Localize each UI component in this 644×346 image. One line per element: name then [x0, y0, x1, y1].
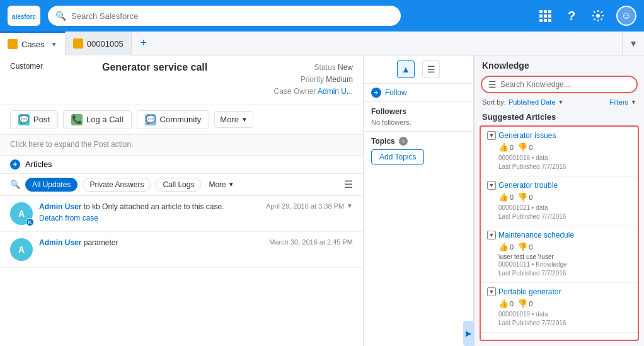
- collapse-panel-button[interactable]: ▶: [463, 321, 473, 346]
- feed-date-1: April 29, 2016 at 3:38 PM ▼: [266, 202, 353, 210]
- article-item-4: ▼ Portable generator 👍0 👎0 000001019 • d…: [481, 283, 638, 333]
- more-button[interactable]: More ▼: [214, 111, 253, 128]
- knowledge-menu-icon[interactable]: ☰: [488, 79, 497, 89]
- feed-action-2: parameter: [84, 238, 118, 247]
- svg-rect-7: [548, 14, 551, 18]
- log-call-label: Log a Call: [86, 115, 124, 124]
- thumbs-down-icon-2: 👎: [517, 192, 527, 202]
- article-meta-3: 000001011 • Knowledge Last Published 7/7…: [498, 260, 631, 278]
- article-votes-2: 👍0 👎0: [498, 192, 631, 202]
- svg-rect-6: [544, 14, 547, 18]
- svg-rect-9: [544, 19, 547, 22]
- detach-from-case-link[interactable]: Detach from case: [39, 214, 260, 222]
- call-icon: 📞: [71, 114, 83, 125]
- icon-tabs: ▲ ☰: [364, 55, 473, 84]
- topics-title: Topics: [371, 137, 395, 146]
- filter-call-logs[interactable]: Call Logs: [156, 178, 201, 192]
- add-tab-button[interactable]: +: [132, 32, 156, 55]
- article-votes-4: 👍0 👎0: [498, 299, 631, 308]
- filter-more-label: More: [209, 180, 226, 189]
- case-record-tab-label: 00001005: [87, 39, 124, 49]
- filter-more-icon: ▼: [228, 181, 234, 188]
- articles-bar: + Articles: [0, 156, 363, 174]
- article-title-1[interactable]: Generator issues: [498, 131, 556, 140]
- collapse-icon: ▶: [466, 329, 471, 338]
- thumbs-down-icon-1: 👎: [517, 142, 527, 152]
- tabs-overflow-button[interactable]: ▼: [622, 32, 644, 55]
- feed-text-2: Admin User parameter: [39, 238, 263, 247]
- case-record-tab[interactable]: 00001005: [66, 32, 132, 55]
- post-expand-hint[interactable]: Click here to expand the Post action.: [0, 135, 363, 156]
- filter-private-answers[interactable]: Private Answers: [83, 178, 151, 192]
- log-call-button[interactable]: 📞 Log a Call: [63, 110, 132, 129]
- action-bar: 💬 Post 📞 Log a Call 💬 Community More ▼: [0, 105, 363, 135]
- search-icon: 🔍: [55, 11, 66, 21]
- followers-title: Followers: [371, 107, 466, 116]
- svg-rect-5: [539, 14, 543, 18]
- settings-icon[interactable]: [590, 8, 606, 24]
- svg-text:salesforce: salesforce: [11, 13, 37, 20]
- follow-label: Follow: [385, 88, 407, 97]
- main-layout: Customer Generator service call Status N…: [0, 55, 644, 346]
- post-button[interactable]: 💬 Post: [10, 110, 58, 129]
- post-icon: 💬: [18, 114, 30, 125]
- filters-link[interactable]: Filters: [609, 98, 628, 106]
- topics-info-icon[interactable]: i: [399, 137, 408, 146]
- svg-rect-4: [548, 10, 551, 13]
- case-record-tab-icon: [73, 38, 83, 49]
- article-collapse-1[interactable]: ▼: [487, 131, 496, 140]
- owner-value: Admin U...: [318, 87, 353, 96]
- cases-tab-label: Cases: [21, 40, 45, 49]
- owner-label: Case Owner: [272, 86, 316, 98]
- suggested-articles-title: Suggested Articles: [474, 110, 644, 125]
- article-collapse-4[interactable]: ▼: [487, 287, 496, 296]
- article-votes-3: 👍0 👎0: [498, 242, 631, 251]
- tabs-bar: Cases ▼ 00001005 + ▼: [0, 32, 644, 55]
- global-search-input[interactable]: [71, 11, 393, 21]
- community-icon: 💬: [145, 114, 156, 125]
- list-icon-tab[interactable]: ☰: [422, 61, 440, 78]
- thumbs-down-icon-3: 👎: [517, 242, 527, 251]
- svg-point-11: [596, 14, 600, 18]
- article-title-2[interactable]: Generator trouble: [498, 181, 558, 190]
- svg-rect-8: [539, 19, 543, 22]
- sort-dropdown-icon[interactable]: ▼: [558, 99, 564, 105]
- filter-more-button[interactable]: More ▼: [209, 180, 234, 189]
- knowledge-search-input[interactable]: [500, 80, 630, 89]
- feed-user-2[interactable]: Admin User: [39, 238, 81, 247]
- knowledge-sort-bar: Sort by: Published Date ▼ Filters ▼: [474, 97, 644, 110]
- user-avatar[interactable]: ☺: [616, 6, 636, 26]
- global-search-bar[interactable]: 🔍: [48, 6, 401, 26]
- apps-icon[interactable]: [537, 8, 553, 24]
- follow-button[interactable]: + Follow: [364, 84, 473, 102]
- filter-lines-icon[interactable]: ☰: [344, 178, 353, 190]
- sort-label: Sort by:: [482, 98, 506, 106]
- article-title-4[interactable]: Portable generator: [498, 287, 561, 296]
- chat-icon-tab[interactable]: ▲: [397, 61, 415, 78]
- feed-user-1[interactable]: Admin User: [39, 202, 81, 211]
- filter-dropdown-icon[interactable]: ▼: [631, 99, 636, 105]
- community-button[interactable]: 💬 Community: [137, 110, 210, 129]
- sort-value[interactable]: Published Date: [509, 98, 556, 106]
- feed-text-1: Admin User to kb Only attached an articl…: [39, 202, 260, 211]
- articles-add-icon[interactable]: +: [10, 159, 20, 170]
- cases-tab[interactable]: Cases ▼: [0, 32, 66, 55]
- article-collapse-3[interactable]: ▼: [487, 231, 496, 239]
- article-header-2: ▼ Generator trouble: [487, 181, 631, 190]
- cases-tab-dropdown-icon[interactable]: ▼: [51, 41, 57, 48]
- article-collapse-2[interactable]: ▼: [487, 181, 496, 190]
- article-votes-1: 👍0 👎0: [498, 142, 631, 152]
- left-panel: Customer Generator service call Status N…: [0, 55, 364, 346]
- topics-header: Topics i: [371, 137, 466, 146]
- article-title-3[interactable]: Maintenance schedule: [498, 231, 574, 239]
- feed-action-1: to kb Only attached an article to this c…: [84, 202, 224, 211]
- help-icon[interactable]: ?: [563, 8, 580, 24]
- knowledge-title: Knowledge: [474, 55, 644, 73]
- filter-all-updates[interactable]: All Updates: [25, 178, 78, 192]
- filter-search-icon[interactable]: 🔍: [10, 180, 20, 190]
- feed-date-dropdown-icon[interactable]: ▼: [347, 202, 353, 209]
- follow-plus-icon: +: [371, 88, 381, 98]
- thumbs-up-icon-4: 👍: [498, 299, 509, 308]
- article-meta-1: 000001016 • data Last Published 7/7/2016: [498, 154, 631, 171]
- add-topics-button[interactable]: Add Topics: [371, 149, 424, 164]
